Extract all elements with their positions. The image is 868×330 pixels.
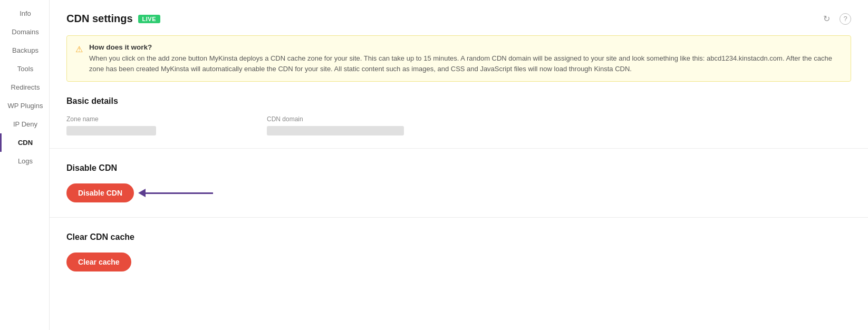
info-box-content: How does it work? When you click on the … — [89, 43, 842, 74]
sidebar-item-label: CDN — [18, 139, 33, 147]
zone-name-label: Zone name — [66, 115, 246, 123]
page-header: CDN settings LIVE ↻ ? — [66, 13, 851, 25]
clear-cache-button[interactable]: Clear cache — [66, 253, 131, 271]
disable-cdn-button[interactable]: Disable CDN — [66, 183, 134, 202]
disable-cdn-title: Disable CDN — [66, 163, 851, 173]
clear-cdn-section: Clear CDN cache Clear cache — [66, 232, 851, 271]
page-title-wrap: CDN settings LIVE — [66, 13, 160, 25]
arrow-line — [144, 192, 213, 194]
divider-1 — [50, 148, 868, 149]
sidebar-item-label: Tools — [17, 65, 33, 73]
arrow-annotation — [138, 189, 213, 197]
sidebar-item-logs[interactable]: Logs — [0, 152, 49, 170]
info-box-title: How does it work? — [89, 43, 842, 51]
sidebar-item-redirects[interactable]: Redirects — [0, 78, 49, 96]
form-row: Zone name CDN domain — [66, 115, 851, 135]
info-box-text: When you click on the add zone button My… — [89, 53, 842, 74]
basic-details-section: Basic details Zone name CDN domain — [66, 96, 851, 135]
sidebar-item-wp-plugins[interactable]: WP Plugins — [0, 96, 49, 115]
sidebar-item-ip-deny[interactable]: IP Deny — [0, 115, 49, 133]
sidebar-item-domains[interactable]: Domains — [0, 23, 49, 41]
cdn-domain-group: CDN domain — [267, 115, 467, 135]
help-icon[interactable]: ? — [840, 13, 851, 25]
sidebar-item-label: Logs — [18, 157, 33, 165]
sidebar: Info Domains Backups Tools Redirects WP … — [0, 0, 50, 330]
page-title: CDN settings — [66, 13, 133, 25]
header-icons: ↻ ? — [821, 13, 851, 25]
divider-2 — [50, 217, 868, 218]
cdn-domain-value — [267, 126, 404, 135]
live-badge: LIVE — [138, 15, 160, 23]
sidebar-item-label: Backups — [12, 46, 38, 54]
disable-cdn-row: Disable CDN — [66, 183, 851, 202]
cdn-domain-label: CDN domain — [267, 115, 467, 123]
sidebar-item-label: WP Plugins — [8, 102, 43, 110]
zone-name-value — [66, 126, 156, 135]
warning-icon: ⚠ — [75, 44, 83, 54]
sidebar-item-backups[interactable]: Backups — [0, 41, 49, 60]
basic-details-title: Basic details — [66, 96, 851, 106]
info-box: ⚠ How does it work? When you click on th… — [66, 35, 851, 82]
refresh-icon[interactable]: ↻ — [821, 13, 832, 25]
main-content: CDN settings LIVE ↻ ? ⚠ How does it work… — [50, 0, 868, 330]
sidebar-item-label: Redirects — [11, 83, 40, 91]
zone-name-group: Zone name — [66, 115, 246, 135]
sidebar-item-label: Info — [20, 9, 31, 17]
sidebar-item-label: Domains — [12, 28, 38, 36]
sidebar-item-tools[interactable]: Tools — [0, 60, 49, 78]
clear-cdn-title: Clear CDN cache — [66, 232, 851, 242]
sidebar-item-cdn[interactable]: CDN — [0, 133, 49, 152]
disable-cdn-section: Disable CDN Disable CDN — [66, 163, 851, 202]
sidebar-item-info[interactable]: Info — [0, 4, 49, 23]
sidebar-item-label: IP Deny — [13, 120, 37, 128]
